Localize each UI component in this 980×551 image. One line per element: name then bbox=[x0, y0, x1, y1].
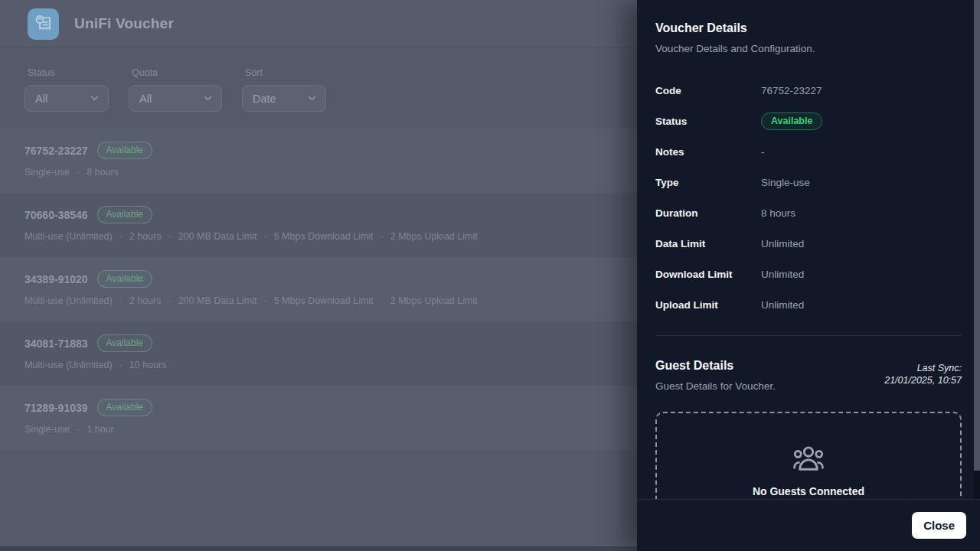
last-sync-label: Last Sync: bbox=[884, 362, 962, 374]
voucher-meta-part: Multi-use (Unlimited) bbox=[24, 295, 113, 306]
voucher-meta-part: 200 MB Data Limit bbox=[178, 231, 257, 242]
voucher-meta: Multi-use (Unlimited)·2 hours·200 MB Dat… bbox=[24, 231, 637, 242]
status-filter-select[interactable]: All bbox=[24, 85, 109, 112]
filter-bar: StatusAllQuotaAllSortDate bbox=[24, 67, 326, 112]
dot-separator: · bbox=[168, 295, 171, 306]
field-label: Status bbox=[655, 116, 761, 127]
no-guests-box: No Guests Connected bbox=[655, 412, 962, 499]
app-logo-icon bbox=[28, 8, 59, 40]
panel-subtitle: Voucher Details and Configuration. bbox=[655, 43, 962, 54]
voucher-list: 76752-23227AvailableSingle-use·8 hours70… bbox=[0, 129, 637, 450]
panel-footer: Close bbox=[637, 499, 980, 551]
guest-details-subtitle: Guest Details for Voucher. bbox=[655, 380, 776, 392]
voucher-meta-part: 5 Mbps Download Limit bbox=[274, 295, 374, 306]
field-value: - bbox=[761, 146, 765, 158]
detail-row: Upload LimitUnlimited bbox=[655, 289, 962, 320]
voucher-meta: Multi-use (Unlimited)·2 hours·200 MB Dat… bbox=[24, 295, 637, 306]
voucher-row[interactable]: 70660-38546AvailableMulti-use (Unlimited… bbox=[0, 193, 637, 257]
voucher-row[interactable]: 76752-23227AvailableSingle-use·8 hours bbox=[0, 129, 637, 193]
field-label: Code bbox=[655, 85, 761, 96]
dot-separator: · bbox=[263, 231, 266, 242]
dot-separator: · bbox=[263, 295, 266, 306]
field-label: Duration bbox=[655, 207, 761, 219]
panel-scrollbar[interactable] bbox=[974, 0, 980, 499]
detail-row: TypeSingle-use bbox=[655, 167, 962, 197]
no-guests-text: No Guests Connected bbox=[657, 485, 960, 497]
voucher-meta: Single-use·1 hour bbox=[24, 424, 637, 435]
select-value: Date bbox=[253, 93, 276, 105]
status-badge: Available bbox=[97, 142, 152, 159]
voucher-row[interactable]: 34081-71883AvailableMulti-use (Unlimited… bbox=[0, 321, 637, 386]
detail-row: Code76752-23227 bbox=[655, 75, 962, 106]
status-filter: StatusAll bbox=[24, 67, 109, 112]
voucher-meta-part: Single-use bbox=[24, 167, 70, 178]
field-label: Type bbox=[655, 177, 761, 188]
filter-label: Quota bbox=[132, 67, 222, 78]
voucher-code: 76752-23227 bbox=[24, 145, 88, 157]
field-value: 8 hours bbox=[761, 207, 795, 219]
chevron-down-icon bbox=[89, 93, 100, 104]
voucher-meta: Multi-use (Unlimited)·10 hours bbox=[24, 360, 637, 370]
users-group-icon bbox=[792, 445, 825, 473]
voucher-meta-part: 2 Mbps Upload Limit bbox=[390, 231, 478, 242]
voucher-meta-part: Multi-use (Unlimited) bbox=[24, 360, 113, 370]
sort-filter-select[interactable]: Date bbox=[242, 85, 326, 112]
dot-separator: · bbox=[77, 424, 80, 435]
voucher-meta-part: Multi-use (Unlimited) bbox=[24, 231, 113, 242]
detail-row: StatusAvailable bbox=[655, 106, 962, 136]
voucher-meta-part: 8 hours bbox=[87, 167, 119, 178]
voucher-row[interactable]: 34389-91020AvailableMulti-use (Unlimited… bbox=[0, 257, 637, 321]
close-button[interactable]: Close bbox=[912, 512, 966, 539]
voucher-row[interactable]: 71289-91039AvailableSingle-use·1 hour bbox=[0, 386, 637, 450]
select-value: All bbox=[139, 93, 152, 105]
dot-separator: · bbox=[119, 295, 122, 306]
voucher-meta-part: 10 hours bbox=[129, 360, 167, 370]
status-badge: Available bbox=[97, 270, 152, 288]
field-label: Notes bbox=[655, 146, 761, 158]
detail-row: Duration8 hours bbox=[655, 197, 962, 228]
dot-separator: · bbox=[168, 231, 171, 242]
scrollbar-thumb[interactable] bbox=[974, 0, 980, 471]
voucher-code: 34081-71883 bbox=[24, 337, 88, 350]
field-value: Unlimited bbox=[761, 269, 804, 280]
quota-filter-select[interactable]: All bbox=[129, 85, 222, 112]
field-label: Upload Limit bbox=[655, 299, 761, 311]
sort-filter: SortDate bbox=[242, 67, 326, 112]
status-badge: Available bbox=[97, 399, 152, 416]
status-badge: Available bbox=[97, 206, 152, 223]
voucher-meta: Single-use·8 hours bbox=[24, 167, 637, 178]
field-label: Data Limit bbox=[655, 238, 761, 249]
filter-label: Sort bbox=[245, 67, 326, 78]
voucher-meta-part: 2 Mbps Upload Limit bbox=[390, 295, 478, 306]
panel-title: Voucher Details bbox=[655, 21, 962, 35]
field-value: Unlimited bbox=[761, 238, 804, 249]
detail-fields: Code76752-23227StatusAvailableNotes-Type… bbox=[655, 75, 962, 320]
chevron-down-icon bbox=[306, 93, 318, 104]
voucher-meta-part: 1 hour bbox=[87, 424, 113, 435]
voucher-meta-part: 2 hours bbox=[129, 231, 162, 242]
app-header: UniFi Voucher bbox=[0, 0, 637, 48]
voucher-code: 70660-38546 bbox=[24, 209, 88, 221]
field-label: Download Limit bbox=[655, 269, 761, 280]
quota-filter: QuotaAll bbox=[129, 67, 222, 112]
last-sync: Last Sync: 21/01/2025, 10:57 bbox=[884, 359, 962, 386]
dot-separator: · bbox=[381, 231, 384, 242]
voucher-meta-part: 2 hours bbox=[129, 295, 162, 306]
filter-label: Status bbox=[28, 67, 109, 78]
guest-details-header: Guest Details Guest Details for Voucher.… bbox=[655, 359, 962, 392]
select-value: All bbox=[35, 93, 47, 105]
voucher-details-panel: Voucher Details Voucher Details and Conf… bbox=[637, 0, 980, 551]
field-value: Single-use bbox=[761, 177, 810, 188]
field-value: 76752-23227 bbox=[761, 85, 822, 96]
field-value: Unlimited bbox=[761, 299, 804, 311]
dot-separator: · bbox=[119, 231, 122, 242]
dot-separator: · bbox=[119, 360, 122, 370]
dot-separator: · bbox=[77, 167, 80, 178]
status-badge: Available bbox=[761, 112, 822, 130]
status-badge: Available bbox=[97, 334, 152, 352]
panel-content: Voucher Details Voucher Details and Conf… bbox=[637, 0, 974, 499]
detail-row: Download LimitUnlimited bbox=[655, 259, 962, 289]
page-title: UniFi Voucher bbox=[74, 15, 174, 32]
guest-details-title: Guest Details bbox=[655, 359, 776, 373]
detail-row: Notes- bbox=[655, 136, 962, 167]
